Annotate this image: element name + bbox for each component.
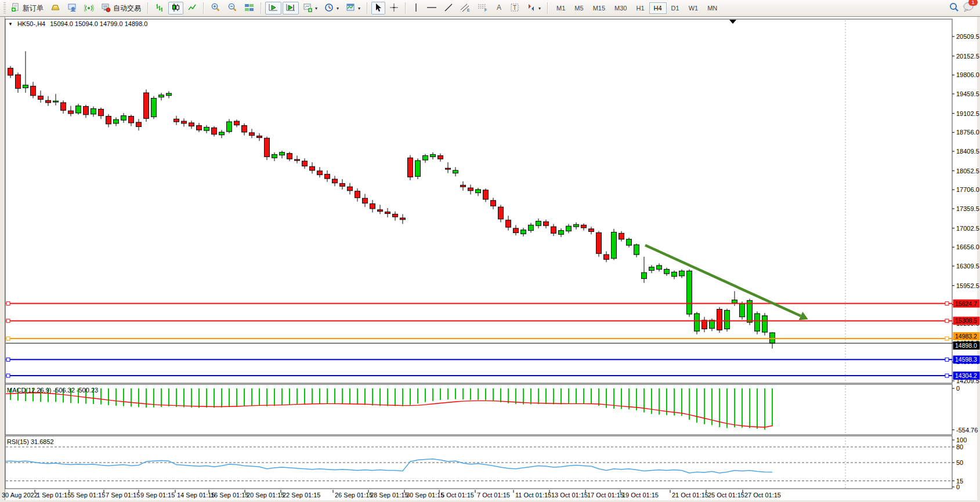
- horizontal-line-tool-button[interactable]: [424, 2, 440, 14]
- mt4-app: 新订单 自动交易: [0, 0, 980, 502]
- timeframe-H4[interactable]: H4: [649, 2, 667, 14]
- svg-text:20 Sep 01:15: 20 Sep 01:15: [247, 492, 284, 499]
- toolbar-separator: [261, 2, 262, 14]
- fibonacci-tool-button[interactable]: F: [475, 2, 491, 14]
- tile-windows-button[interactable]: [241, 2, 257, 14]
- chart-canvas[interactable]: 20509.520152.519806.019459.519102.518756…: [0, 17, 980, 502]
- timeframe-D1[interactable]: D1: [667, 2, 684, 14]
- svg-text:30 Aug 2022: 30 Aug 2022: [2, 492, 38, 499]
- toolbar-separator: [405, 2, 406, 14]
- notification-badge: 1: [968, 0, 978, 6]
- chart-shift-button[interactable]: [283, 2, 299, 14]
- svg-text:14898.0: 14898.0: [955, 342, 977, 349]
- text-tool-button[interactable]: A: [492, 2, 506, 14]
- auto-trading-label: 自动交易: [113, 3, 141, 13]
- timeframe-W1[interactable]: W1: [684, 2, 703, 14]
- zoom-in-button[interactable]: [208, 2, 223, 14]
- svg-text:18409.5: 18409.5: [956, 148, 979, 155]
- svg-text:19806.0: 19806.0: [956, 71, 979, 78]
- dropdown-caret-icon: ▾: [337, 6, 339, 11]
- svg-text:16309.5: 16309.5: [956, 263, 979, 270]
- toolbar-separator: [367, 2, 368, 14]
- new-order-button[interactable]: 新订单: [8, 2, 46, 14]
- zoom-in-icon: [211, 3, 220, 14]
- svg-text:17359.5: 17359.5: [956, 205, 979, 212]
- svg-text:50: 50: [956, 459, 963, 466]
- signals-button[interactable]: [81, 2, 97, 14]
- tile-windows-icon: [244, 3, 254, 14]
- line-chart-mode-button[interactable]: [185, 2, 200, 14]
- periods-button[interactable]: ▾: [321, 2, 342, 14]
- new-order-icon: [11, 3, 20, 14]
- toolbar-grip: [3, 2, 6, 14]
- vertical-line-tool-button[interactable]: [410, 2, 422, 14]
- svg-text:14598.3: 14598.3: [955, 356, 977, 363]
- vertical-line-icon: [413, 3, 420, 14]
- svg-text:14983.2: 14983.2: [955, 333, 977, 340]
- cursor-tool-button[interactable]: [371, 2, 385, 14]
- auto-trading-button[interactable]: 自动交易: [98, 2, 144, 14]
- svg-text:15308.5: 15308.5: [955, 317, 977, 324]
- toolbar: 新订单 自动交易: [0, 0, 980, 17]
- timeframe-MN[interactable]: MN: [703, 2, 722, 14]
- chart-window[interactable]: 20509.520152.519806.019459.519102.518756…: [0, 17, 980, 502]
- zoom-out-button[interactable]: [225, 2, 240, 14]
- svg-text:F: F: [484, 8, 487, 12]
- svg-text:20509.5: 20509.5: [956, 33, 979, 40]
- channel-icon: E: [460, 3, 471, 14]
- collapse-triangle-icon[interactable]: ▼: [8, 21, 13, 27]
- timeframe-M5[interactable]: M5: [570, 2, 588, 14]
- label-tool-button[interactable]: T: [507, 2, 522, 14]
- toolbar-separator: [203, 2, 204, 14]
- dropdown-caret-icon: ▾: [315, 6, 317, 11]
- timeframe-M30[interactable]: M30: [610, 2, 631, 14]
- svg-text:26 Sep 01:15: 26 Sep 01:15: [335, 492, 373, 499]
- trendline-icon: [444, 3, 453, 14]
- market-watch-button[interactable]: [64, 2, 80, 14]
- svg-text:15624.7: 15624.7: [955, 300, 977, 307]
- arrows-tool-button[interactable]: ▾: [523, 2, 544, 14]
- svg-text:19459.5: 19459.5: [956, 90, 979, 97]
- dropdown-caret-icon: ▾: [538, 6, 541, 11]
- svg-text:9 Sep 01:15: 9 Sep 01:15: [140, 492, 175, 499]
- new-chart-button[interactable]: ▾: [300, 2, 320, 14]
- market-watch-icon: [67, 3, 77, 14]
- notifications-button[interactable]: 1: [963, 2, 974, 14]
- ohlc-values: 15094.0 15094.0 14799.0 14898.0: [50, 20, 147, 27]
- svg-text:18052.5: 18052.5: [956, 168, 979, 174]
- svg-text:16656.0: 16656.0: [956, 243, 979, 250]
- zoom-out-icon: [227, 3, 237, 14]
- arrows-icon: [526, 3, 536, 14]
- timeframe-M15[interactable]: M15: [588, 2, 610, 14]
- macd-label: MACD(12,26,9) -506.32 -500.23: [7, 387, 98, 394]
- new-order-label: 新订单: [23, 3, 44, 13]
- candlestick-icon: [171, 3, 180, 14]
- svg-text:30 Sep 01:15: 30 Sep 01:15: [406, 492, 444, 499]
- chart-title: ▼ HK50-,H4 15094.0 15094.0 14799.0 14898…: [8, 20, 147, 27]
- auto-scroll-button[interactable]: [265, 2, 281, 14]
- svg-text:11 Oct 01:15: 11 Oct 01:15: [515, 492, 551, 499]
- svg-text:5 Sep 01:15: 5 Sep 01:15: [71, 492, 105, 499]
- svg-text:0: 0: [956, 385, 960, 392]
- cursor-icon: [374, 3, 382, 14]
- svg-text:19102.5: 19102.5: [956, 110, 979, 117]
- svg-text:0: 0: [956, 483, 960, 490]
- channel-tool-button[interactable]: E: [457, 2, 473, 14]
- quotes-button[interactable]: [48, 2, 63, 14]
- svg-text:18756.0: 18756.0: [956, 129, 979, 136]
- svg-text:14 Sep 01:15: 14 Sep 01:15: [177, 492, 215, 499]
- search-icon[interactable]: [949, 2, 959, 14]
- svg-text:7 Oct 01:15: 7 Oct 01:15: [477, 492, 510, 499]
- crosshair-tool-button[interactable]: [386, 2, 402, 14]
- timeframe-group: M1M5M15M30H1H4D1W1MN: [552, 2, 722, 14]
- svg-text:T: T: [513, 5, 516, 11]
- bar-chart-mode-button[interactable]: [152, 2, 167, 14]
- templates-button[interactable]: ▾: [343, 2, 363, 14]
- timeframe-M1[interactable]: M1: [552, 2, 570, 14]
- chart-shift-icon: [285, 3, 296, 14]
- svg-text:17 Oct 01:15: 17 Oct 01:15: [587, 492, 624, 499]
- trendline-tool-button[interactable]: [441, 2, 456, 14]
- candlestick-mode-button[interactable]: [168, 2, 183, 14]
- timeframe-H1[interactable]: H1: [631, 2, 649, 14]
- bar-chart-icon: [155, 3, 164, 14]
